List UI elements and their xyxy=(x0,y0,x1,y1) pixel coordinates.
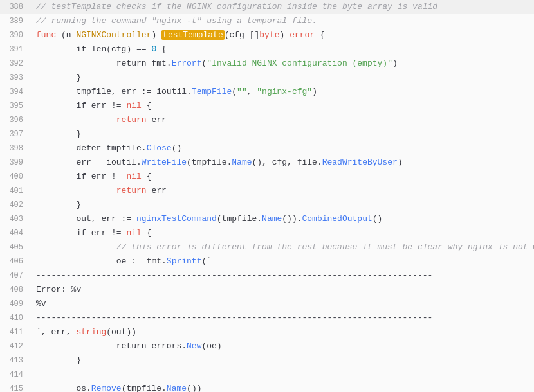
line-number: 392 xyxy=(0,57,33,71)
line-number: 401 xyxy=(0,184,33,198)
table-row: 396 return err xyxy=(0,113,534,127)
table-row: 395 if err != nil { xyxy=(0,99,534,113)
line-content: // testTemplate checks if the NGINX conf… xyxy=(33,0,534,14)
table-row: 399 err = ioutil.WriteFile(tmpfile.Name(… xyxy=(0,156,534,170)
line-number: 403 xyxy=(0,212,33,226)
table-row: 391 if len(cfg) == 0 { xyxy=(0,42,534,57)
line-number: 389 xyxy=(0,14,33,28)
line-content: func (n NGINXController) testTemplate(cf… xyxy=(33,28,534,42)
table-row: 400 if err != nil { xyxy=(0,170,534,184)
line-content: if err != nil { xyxy=(33,170,534,184)
table-row: 410-------------------------------------… xyxy=(0,311,534,325)
table-row: 406 oe := fmt.Sprintf(` xyxy=(0,254,534,269)
line-content: } xyxy=(33,353,534,368)
line-content: if len(cfg) == 0 { xyxy=(33,42,534,57)
line-content: out, err := nginxTestCommand(tmpfile.Nam… xyxy=(33,212,534,226)
line-content: defer tmpfile.Close() xyxy=(33,141,534,156)
table-row: 393 } xyxy=(0,71,534,85)
line-content: return fmt.Errorf("Invalid NGINX configu… xyxy=(33,57,534,71)
line-content: // running the command "nginx -t" using … xyxy=(33,14,534,28)
line-content: return err xyxy=(33,113,534,127)
line-content: %v xyxy=(33,297,534,311)
line-number: 390 xyxy=(0,28,33,42)
line-number: 405 xyxy=(0,240,33,254)
line-number: 414 xyxy=(0,368,33,382)
table-row: 409%v xyxy=(0,297,534,311)
line-number: 406 xyxy=(0,254,33,269)
line-number: 399 xyxy=(0,156,33,170)
line-content: tmpfile, err := ioutil.TempFile("", "ngi… xyxy=(33,85,534,99)
table-row: 402 } xyxy=(0,198,534,212)
code-viewer: 388// testTemplate checks if the NGINX c… xyxy=(0,0,534,392)
line-content: if err != nil { xyxy=(33,226,534,240)
table-row: 407-------------------------------------… xyxy=(0,269,534,283)
table-row: 397 } xyxy=(0,127,534,141)
line-number: 394 xyxy=(0,85,33,99)
table-row: 401 return err xyxy=(0,184,534,198)
table-row: 392 return fmt.Errorf("Invalid NGINX con… xyxy=(0,57,534,71)
line-content: } xyxy=(33,71,534,85)
line-number: 388 xyxy=(0,0,33,14)
table-row: 415 os.Remove(tmpfile.Name()) xyxy=(0,382,534,392)
line-content: if err != nil { xyxy=(33,99,534,113)
table-row: 389// running the command "nginx -t" usi… xyxy=(0,14,534,28)
table-row: 390func (n NGINXController) testTemplate… xyxy=(0,28,534,42)
table-row: 408Error: %v xyxy=(0,283,534,297)
table-row: 394 tmpfile, err := ioutil.TempFile("", … xyxy=(0,85,534,99)
line-content: } xyxy=(33,127,534,141)
table-row: 413 } xyxy=(0,353,534,368)
line-number: 413 xyxy=(0,353,33,368)
line-number: 408 xyxy=(0,283,33,297)
line-content: ----------------------------------------… xyxy=(33,269,534,283)
table-row: 412 return errors.New(oe) xyxy=(0,339,534,353)
line-content: return errors.New(oe) xyxy=(33,339,534,353)
table-row: 403 out, err := nginxTestCommand(tmpfile… xyxy=(0,212,534,226)
table-row: 398 defer tmpfile.Close() xyxy=(0,141,534,156)
line-content: os.Remove(tmpfile.Name()) xyxy=(33,382,534,392)
line-number: 409 xyxy=(0,297,33,311)
line-number: 415 xyxy=(0,382,33,392)
line-number: 395 xyxy=(0,99,33,113)
line-content: return err xyxy=(33,184,534,198)
line-number: 396 xyxy=(0,113,33,127)
line-number: 410 xyxy=(0,311,33,325)
table-row: 405 // this error is different from the … xyxy=(0,240,534,254)
table-row: 388// testTemplate checks if the NGINX c… xyxy=(0,0,534,14)
line-number: 393 xyxy=(0,71,33,85)
line-content: Error: %v xyxy=(33,283,534,297)
line-number: 397 xyxy=(0,127,33,141)
table-row: 404 if err != nil { xyxy=(0,226,534,240)
line-content: err = ioutil.WriteFile(tmpfile.Name(), c… xyxy=(33,156,534,170)
line-number: 412 xyxy=(0,339,33,353)
line-number: 404 xyxy=(0,226,33,240)
line-content: ----------------------------------------… xyxy=(33,311,534,325)
line-content: `, err, string(out)) xyxy=(33,325,534,339)
line-content: } xyxy=(33,198,534,212)
line-number: 411 xyxy=(0,325,33,339)
table-row: 411`, err, string(out)) xyxy=(0,325,534,339)
line-content xyxy=(33,368,534,382)
line-number: 407 xyxy=(0,269,33,283)
line-number: 402 xyxy=(0,198,33,212)
line-number: 391 xyxy=(0,42,33,57)
line-content: oe := fmt.Sprintf(` xyxy=(33,254,534,269)
line-content: // this error is different from the rest… xyxy=(33,240,534,254)
line-number: 400 xyxy=(0,170,33,184)
line-number: 398 xyxy=(0,141,33,156)
table-row: 414 xyxy=(0,368,534,382)
